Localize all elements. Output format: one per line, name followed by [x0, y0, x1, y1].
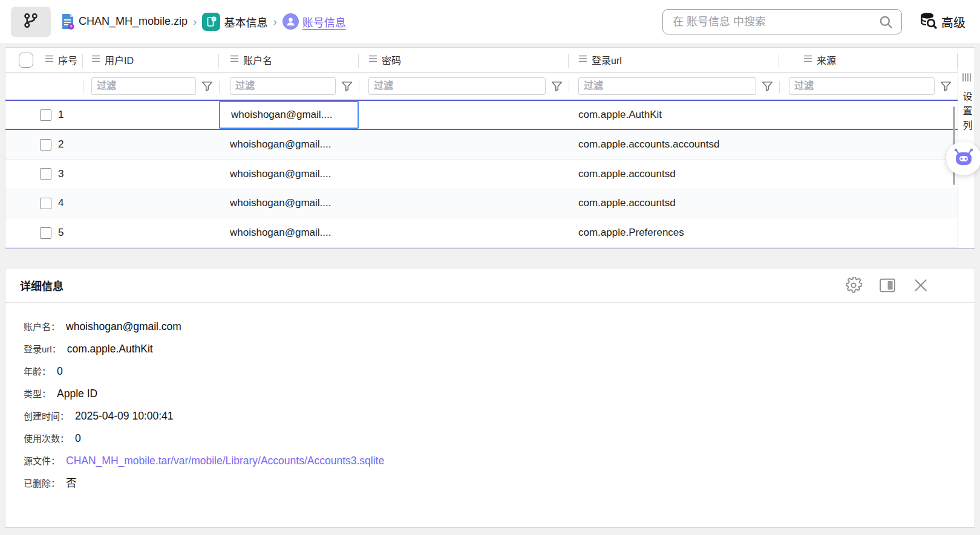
row-checkbox[interactable] [40, 198, 51, 209]
table-row[interactable]: 4 whoishogan@gmail.... com.apple.account… [5, 189, 958, 219]
list-icon [803, 54, 812, 65]
filter-funnel-icon[interactable] [550, 80, 563, 92]
breadcrumb-section[interactable]: i 基本信息 [202, 13, 267, 31]
row-index-cell: 3 [5, 160, 83, 189]
field-label: 使用次数： [24, 432, 69, 446]
cell-password[interactable] [359, 160, 569, 189]
select-all-checkbox[interactable] [19, 53, 33, 68]
column-header-account[interactable]: 账户名 [219, 48, 359, 72]
cell-account-selected[interactable]: whoishogan@gmail.... [219, 101, 359, 129]
breadcrumb-separator: › [273, 15, 276, 28]
breadcrumb-page[interactable]: 账号信息 [283, 13, 346, 30]
detail-field-deleted: 已删除： 否 [24, 476, 975, 490]
cell-source[interactable] [779, 160, 958, 189]
row-checkbox[interactable] [40, 139, 51, 151]
row-checkbox[interactable] [40, 168, 51, 180]
cell-password[interactable] [359, 101, 569, 129]
cell-loginurl[interactable]: com.apple.accountsd [569, 189, 779, 218]
advanced-search-button[interactable]: 高级 [920, 12, 965, 31]
table-header-row: 序号 用户ID 账户名 密码 [5, 48, 958, 73]
gear-icon[interactable] [845, 277, 862, 294]
field-value: com.apple.AuthKit [67, 342, 153, 355]
filter-funnel-icon[interactable] [341, 80, 353, 92]
cell-password[interactable] [359, 130, 569, 159]
cell-loginurl[interactable]: com.apple.accounts.accountsd [569, 130, 779, 159]
detail-body: 账户名： whoishogan@gmail.com 登录url： com.app… [5, 303, 975, 490]
search-icon[interactable] [878, 14, 894, 30]
cell-source[interactable] [779, 189, 958, 218]
table-row[interactable]: 5 whoishogan@gmail.... com.apple.Prefere… [5, 218, 958, 248]
filter-funnel-icon[interactable] [939, 80, 952, 92]
table-row[interactable]: 3 whoishogan@gmail.... com.apple.account… [5, 160, 958, 189]
cell-account[interactable]: whoishogan@gmail.... [219, 218, 359, 247]
list-icon [578, 54, 587, 65]
cell-loginurl[interactable]: com.apple.accountsd [569, 160, 779, 189]
field-label: 源文件： [24, 455, 60, 468]
column-settings-label: 设置列 [959, 91, 974, 135]
filter-funnel-icon[interactable] [201, 80, 214, 92]
filter-cell-account [219, 73, 359, 99]
tree-view-button[interactable] [11, 7, 51, 37]
filter-input-loginurl[interactable] [578, 77, 756, 95]
svg-text:i: i [214, 17, 215, 21]
row-index-cell: 4 [5, 189, 83, 218]
cell-userid[interactable] [83, 189, 219, 218]
cell-userid[interactable] [83, 218, 219, 247]
detail-field-account: 账户名： whoishogan@gmail.com [24, 320, 975, 334]
ai-assistant-button[interactable] [946, 141, 980, 175]
row-index-cell: 5 [5, 218, 83, 247]
cell-source[interactable] [779, 218, 958, 247]
column-header-index[interactable]: 序号 [5, 48, 83, 72]
cell-userid[interactable] [83, 101, 219, 129]
detail-panel: 详细信息 账户名： whoishogan@gmail.com [5, 268, 975, 528]
column-header-source[interactable]: 来源 [779, 48, 958, 72]
filter-funnel-icon[interactable] [761, 80, 774, 92]
column-label: 登录url [592, 53, 622, 67]
column-header-userid[interactable]: 用户ID [83, 48, 219, 72]
table-row[interactable]: 1 whoishogan@gmail.... com.apple.AuthKit [5, 100, 958, 130]
table-row[interactable]: 2 whoishogan@gmail.... com.apple.account… [5, 130, 958, 160]
user-icon [283, 13, 299, 30]
filter-input-password[interactable] [368, 77, 546, 95]
breadcrumb-section-label: 基本信息 [224, 14, 267, 30]
close-icon[interactable] [913, 277, 929, 293]
cell-userid[interactable] [83, 160, 219, 189]
source-file-link[interactable]: CHAN_MH_mobile.tar/var/mobile/Library/Ac… [66, 454, 384, 467]
field-label: 账户名： [24, 320, 60, 334]
column-header-password[interactable]: 密码 [359, 48, 569, 72]
filter-input-userid[interactable] [91, 77, 196, 95]
filter-input-source[interactable] [789, 77, 935, 95]
breadcrumb-file[interactable]: ? CHAN_MH_mobile.zip [60, 13, 188, 30]
top-toolbar: ? CHAN_MH_mobile.zip › i 基本信息 › [0, 0, 980, 43]
row-checkbox[interactable] [40, 109, 51, 121]
column-header-loginurl[interactable]: 登录url [569, 48, 779, 72]
cell-source[interactable] [779, 130, 958, 159]
filter-cell-password [359, 73, 569, 99]
table-filter-row [5, 73, 958, 100]
row-index: 1 [58, 109, 64, 121]
detail-actions [845, 277, 929, 294]
columns-icon [962, 73, 972, 84]
list-icon [91, 54, 100, 65]
svg-text:?: ? [70, 24, 73, 30]
cell-password[interactable] [359, 189, 569, 218]
cell-account[interactable]: whoishogan@gmail.... [219, 130, 359, 159]
search-input[interactable] [663, 16, 878, 28]
field-value: 2025-04-09 10:00:41 [75, 409, 174, 423]
split-panel-icon[interactable] [879, 277, 896, 293]
cell-source[interactable] [779, 101, 958, 129]
list-icon [45, 54, 54, 65]
filter-cell-index [5, 73, 83, 99]
cell-loginurl[interactable]: com.apple.AuthKit [569, 101, 779, 129]
search-box [662, 9, 902, 34]
cell-loginurl[interactable]: com.apple.Preferences [569, 218, 779, 247]
cell-account[interactable]: whoishogan@gmail.... [219, 160, 359, 189]
filter-input-account[interactable] [230, 77, 336, 95]
filter-cell-loginurl [569, 73, 779, 99]
row-checkbox[interactable] [40, 227, 51, 239]
detail-header: 详细信息 [5, 268, 975, 303]
cell-account[interactable]: whoishogan@gmail.... [219, 189, 359, 218]
cell-password[interactable] [359, 218, 569, 247]
row-index: 4 [58, 197, 64, 209]
cell-userid[interactable] [83, 130, 219, 159]
